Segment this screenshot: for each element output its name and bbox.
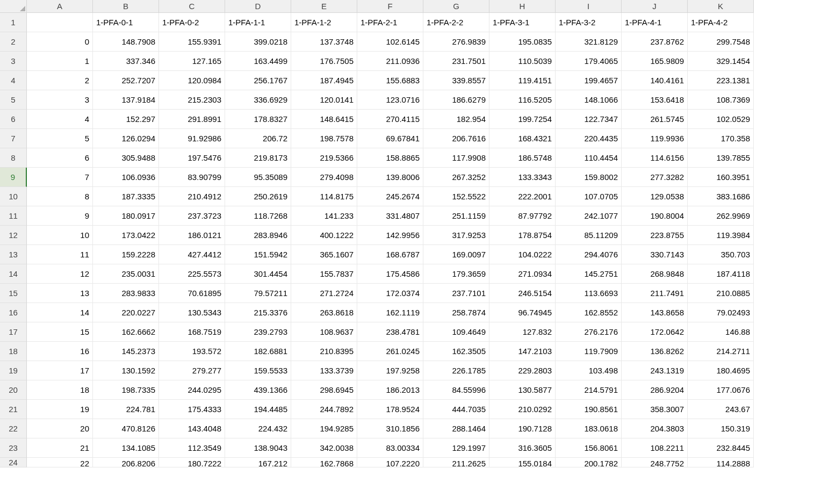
cell[interactable]: 1 xyxy=(27,52,93,71)
cell[interactable]: 244.0295 xyxy=(159,380,225,400)
cell[interactable]: 159.5533 xyxy=(225,361,291,380)
cell[interactable]: 108.7369 xyxy=(688,90,754,110)
cell[interactable]: 107.0705 xyxy=(556,187,622,206)
cell[interactable]: 270.4115 xyxy=(357,110,423,129)
cell[interactable]: 248.7752 xyxy=(622,458,688,467)
cell[interactable]: 329.1454 xyxy=(688,52,754,71)
cell[interactable]: 113.6693 xyxy=(556,284,622,303)
cell[interactable]: 286.9204 xyxy=(622,380,688,400)
cell[interactable]: 155.9391 xyxy=(159,32,225,52)
cell[interactable]: 153.6418 xyxy=(622,90,688,110)
cell[interactable]: 250.2619 xyxy=(225,187,291,206)
cell[interactable]: 162.8552 xyxy=(556,303,622,322)
cell[interactable]: 215.3376 xyxy=(225,303,291,322)
cell[interactable]: 187.4118 xyxy=(688,264,754,284)
cell[interactable]: 186.5748 xyxy=(489,148,556,168)
cell[interactable]: 1-PFA-2-2 xyxy=(423,13,489,32)
row-header[interactable]: 23 xyxy=(0,438,27,458)
cell[interactable]: 84.55996 xyxy=(423,380,489,400)
cell[interactable]: 186.0121 xyxy=(159,226,225,245)
cell[interactable]: 310.1856 xyxy=(357,419,423,438)
cell[interactable]: 167.212 xyxy=(225,458,291,467)
cell[interactable]: 134.1085 xyxy=(93,438,159,458)
cell[interactable]: 159.8002 xyxy=(556,168,622,187)
cell[interactable]: 444.7035 xyxy=(423,400,489,419)
cell[interactable]: 2 xyxy=(27,71,93,90)
cell[interactable]: 245.2674 xyxy=(357,187,423,206)
row-header[interactable]: 1 xyxy=(0,13,27,32)
cell[interactable]: 256.1767 xyxy=(225,71,291,90)
cell[interactable]: 301.4454 xyxy=(225,264,291,284)
cell[interactable]: 155.6883 xyxy=(357,71,423,90)
row-header[interactable]: 3 xyxy=(0,52,27,71)
cell[interactable]: 147.2103 xyxy=(489,342,556,361)
row-header[interactable]: 16 xyxy=(0,303,27,322)
cell[interactable]: 224.781 xyxy=(93,400,159,419)
row-header[interactable]: 15 xyxy=(0,284,27,303)
cell[interactable]: 1-PFA-0-2 xyxy=(159,13,225,32)
cell[interactable]: 206.7616 xyxy=(423,129,489,148)
cell[interactable]: 21 xyxy=(27,438,93,458)
cell[interactable]: 331.4807 xyxy=(357,206,423,226)
cell[interactable]: 215.2303 xyxy=(159,90,225,110)
cell[interactable]: 158.8865 xyxy=(357,148,423,168)
cell[interactable]: 1-PFA-4-2 xyxy=(688,13,754,32)
cell[interactable]: 106.0936 xyxy=(93,168,159,187)
cell[interactable]: 79.57211 xyxy=(225,284,291,303)
cell[interactable]: 148.1066 xyxy=(556,90,622,110)
cell[interactable]: 226.1785 xyxy=(423,361,489,380)
cell[interactable]: 160.3951 xyxy=(688,168,754,187)
column-header[interactable]: B xyxy=(93,0,159,13)
cell[interactable]: 223.1381 xyxy=(688,71,754,90)
cell[interactable]: 126.0294 xyxy=(93,129,159,148)
cell[interactable]: 108.2211 xyxy=(622,438,688,458)
cell[interactable]: 316.3605 xyxy=(489,438,556,458)
row-header[interactable]: 7 xyxy=(0,129,27,148)
cell[interactable]: 219.5366 xyxy=(291,148,357,168)
cell[interactable]: 114.8175 xyxy=(291,187,357,206)
cell[interactable]: 70.61895 xyxy=(159,284,225,303)
cell[interactable]: 119.7909 xyxy=(556,342,622,361)
cell[interactable]: 383.1686 xyxy=(688,187,754,206)
cell[interactable] xyxy=(27,13,93,32)
cell[interactable]: 339.8557 xyxy=(423,71,489,90)
cell[interactable]: 9 xyxy=(27,206,93,226)
cell[interactable]: 206.72 xyxy=(225,129,291,148)
cell[interactable]: 120.0141 xyxy=(291,90,357,110)
row-header[interactable]: 11 xyxy=(0,206,27,226)
cell[interactable]: 238.4781 xyxy=(357,322,423,342)
cell[interactable]: 83.00334 xyxy=(357,438,423,458)
cell[interactable]: 156.8061 xyxy=(556,438,622,458)
cell[interactable]: 178.8327 xyxy=(225,110,291,129)
cell[interactable]: 107.2220 xyxy=(357,458,423,467)
cell[interactable]: 283.8946 xyxy=(225,226,291,245)
cell[interactable]: 190.8004 xyxy=(622,206,688,226)
cell[interactable]: 350.703 xyxy=(688,245,754,264)
column-header[interactable]: K xyxy=(688,0,754,13)
cell[interactable]: 242.1077 xyxy=(556,206,622,226)
cell[interactable]: 162.6662 xyxy=(93,322,159,342)
cell[interactable]: 305.9488 xyxy=(93,148,159,168)
cell[interactable]: 148.6415 xyxy=(291,110,357,129)
cell[interactable]: 214.2711 xyxy=(688,342,754,361)
cell[interactable]: 142.9956 xyxy=(357,226,423,245)
cell[interactable]: 186.2013 xyxy=(357,380,423,400)
cell[interactable]: 162.7868 xyxy=(291,458,357,467)
cell[interactable]: 150.319 xyxy=(688,419,754,438)
cell[interactable]: 182.954 xyxy=(423,110,489,129)
cell[interactable]: 210.0292 xyxy=(489,400,556,419)
cell[interactable]: 96.74945 xyxy=(489,303,556,322)
cell[interactable]: 18 xyxy=(27,380,93,400)
cell[interactable]: 119.3984 xyxy=(688,226,754,245)
column-header[interactable]: G xyxy=(423,0,489,13)
cell[interactable]: 197.9258 xyxy=(357,361,423,380)
cell[interactable]: 1-PFA-3-1 xyxy=(489,13,556,32)
cell[interactable]: 210.0885 xyxy=(688,284,754,303)
cell[interactable]: 198.7578 xyxy=(291,129,357,148)
cell[interactable]: 187.4945 xyxy=(291,71,357,90)
cell[interactable]: 279.4098 xyxy=(291,168,357,187)
cell[interactable]: 187.3335 xyxy=(93,187,159,206)
cell[interactable]: 239.2793 xyxy=(225,322,291,342)
column-header[interactable]: A xyxy=(27,0,93,13)
cell[interactable]: 127.165 xyxy=(159,52,225,71)
